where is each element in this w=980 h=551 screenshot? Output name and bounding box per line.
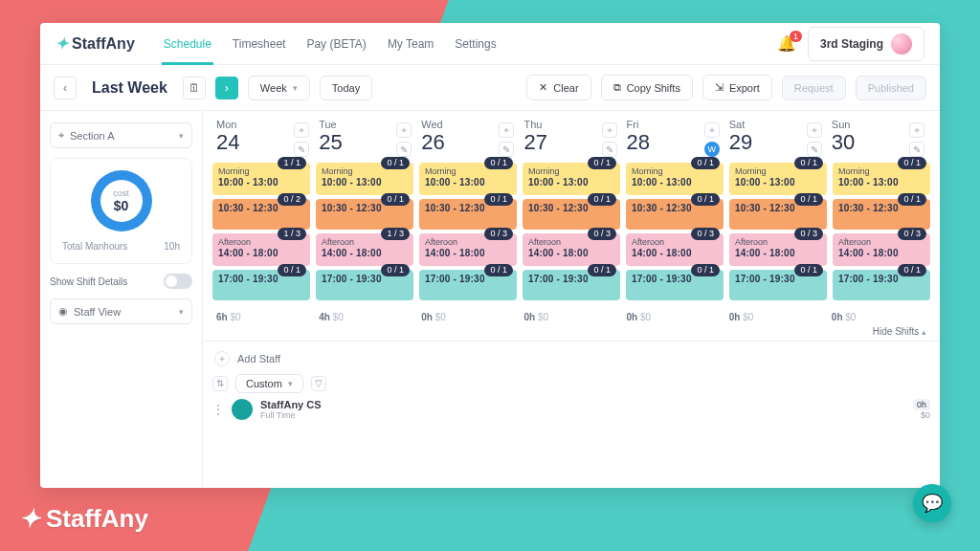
shift-cell[interactable]: 0 / 117:00 - 19:30 — [523, 270, 620, 300]
fill-badge: 0 / 3 — [794, 228, 823, 240]
hide-shifts-button[interactable]: Hide Shifts ▴ — [203, 326, 940, 341]
sort-select[interactable]: Custom ▾ — [235, 374, 303, 393]
date-picker-button[interactable]: 🗓 — [183, 77, 206, 99]
staff-row[interactable]: ⋮ StaffAny CS Full Time 0h $0 — [212, 399, 930, 420]
fill-badge: 0 / 1 — [691, 157, 720, 169]
request-button: Request — [782, 76, 846, 100]
app-window: ✦ StaffAny ScheduleTimesheetPay (BETA)My… — [40, 23, 940, 488]
copy-shifts-button[interactable]: ⧉ Copy Shifts — [601, 75, 693, 100]
edit-day-button[interactable]: ✎ — [396, 142, 412, 157]
export-button[interactable]: ⇲ Export — [702, 75, 772, 100]
edit-day-button[interactable]: ✎ — [294, 142, 309, 157]
brand-logo: ✦ StaffAny — [56, 34, 135, 53]
shift-time: 14:00 - 18:00 — [425, 248, 511, 260]
fill-badge: 0 / 1 — [484, 193, 513, 206]
shift-cell[interactable]: 0 / 1Morning10:00 - 13:00 — [316, 163, 413, 195]
shift-cell[interactable]: 0 / 110:30 - 12:30 — [833, 199, 930, 230]
shift-cell[interactable]: 1 / 3Afteroon14:00 - 18:00 — [212, 233, 310, 266]
shift-cell[interactable]: 0 / 117:00 - 19:30 — [316, 270, 413, 300]
show-details-label: Show Shift Details — [50, 276, 127, 287]
shift-cell[interactable]: 0 / 117:00 - 19:30 — [729, 270, 827, 300]
staff-subtitle: Full Time — [260, 410, 322, 420]
clear-button[interactable]: ✕ Clear — [526, 75, 590, 100]
shift-cell[interactable]: 0 / 3Afteroon14:00 - 18:00 — [729, 233, 827, 266]
fill-badge: 0 / 1 — [794, 264, 823, 276]
shift-cell[interactable]: 0 / 1Morning10:00 - 13:00 — [833, 163, 930, 195]
fill-badge: 0 / 1 — [588, 193, 616, 206]
add-shift-button[interactable]: ＋ — [704, 122, 720, 138]
edit-day-button[interactable]: ✎ — [602, 142, 617, 157]
next-week-button[interactable]: › — [215, 77, 238, 99]
add-shift-button[interactable]: ＋ — [909, 122, 924, 138]
add-shift-button[interactable]: ＋ — [807, 122, 822, 138]
chat-icon: 💬 — [922, 493, 943, 514]
shift-cell[interactable]: 0 / 1Morning10:00 - 13:00 — [523, 163, 620, 195]
edit-day-button[interactable]: ✎ — [909, 142, 924, 157]
shift-time: 10:00 - 13:00 — [322, 177, 408, 189]
notifications-button[interactable]: 🔔 1 — [777, 34, 796, 53]
add-shift-button[interactable]: ＋ — [294, 122, 309, 138]
day-column-header: Fri28＋W — [623, 119, 725, 155]
shift-time: 10:00 - 13:00 — [528, 177, 614, 189]
nav-item[interactable]: Settings — [453, 24, 498, 64]
add-staff-button[interactable]: ＋ Add Staff — [212, 347, 930, 370]
nav-item[interactable]: Pay (BETA) — [304, 24, 368, 64]
shift-time: 14:00 - 18:00 — [735, 248, 821, 260]
shift-cell[interactable]: 0 / 3Afteroon14:00 - 18:00 — [419, 233, 517, 266]
shift-cell[interactable]: 0 / 110:30 - 12:30 — [729, 199, 827, 230]
chevron-down-icon: ▾ — [179, 131, 184, 141]
shift-cell[interactable]: 1 / 1Morning10:00 - 13:00 — [212, 163, 310, 195]
shift-cell[interactable]: 0 / 117:00 - 19:30 — [212, 270, 310, 300]
workspace-switcher[interactable]: 3rd Staging — [808, 27, 924, 61]
brand-mark-icon: ✦ — [56, 34, 68, 53]
filter-button[interactable]: ▽ — [311, 376, 326, 391]
fill-badge: 0 / 1 — [381, 193, 410, 206]
fill-badge: 0 / 1 — [794, 193, 823, 206]
add-shift-button[interactable]: ＋ — [602, 122, 617, 138]
nav-item[interactable]: My Team — [386, 24, 435, 64]
shift-cell[interactable]: 0 / 110:30 - 12:30 — [523, 199, 620, 230]
shift-cell[interactable]: 1 / 3Afteroon14:00 - 18:00 — [316, 233, 413, 266]
shift-cell[interactable]: 0 / 3Afteroon14:00 - 18:00 — [833, 233, 930, 266]
nav-item[interactable]: Schedule — [162, 24, 213, 64]
shift-cell[interactable]: 0 / 110:30 - 12:30 — [316, 199, 413, 230]
drag-handle-icon[interactable]: ⋮ — [212, 403, 224, 416]
notification-badge: 1 — [790, 31, 802, 42]
shift-cell[interactable]: 0 / 3Afteroon14:00 - 18:00 — [523, 233, 620, 266]
shift-cell[interactable]: 0 / 210:30 - 12:30 — [212, 199, 310, 230]
prev-week-button[interactable]: ‹ — [54, 77, 77, 99]
schedule-toolbar: ‹ Last Week 🗓 › Week ▾ Today ✕ Clear ⧉ C… — [40, 65, 940, 111]
shift-cell[interactable]: 0 / 117:00 - 19:30 — [419, 270, 517, 300]
shift-cell[interactable]: 0 / 110:30 - 12:30 — [626, 199, 724, 230]
shift-cell[interactable]: 0 / 117:00 - 19:30 — [626, 270, 724, 300]
fill-badge: 0 / 1 — [484, 157, 513, 169]
shift-time: 10:00 - 13:00 — [425, 177, 511, 189]
add-shift-button[interactable]: ＋ — [396, 122, 412, 138]
period-select[interactable]: Week ▾ — [248, 76, 310, 100]
edit-day-button[interactable]: ✎ — [807, 142, 822, 157]
shift-cell[interactable]: 0 / 1Morning10:00 - 13:00 — [419, 163, 517, 195]
fill-badge: 0 / 1 — [381, 264, 410, 276]
section-name: Section A — [70, 130, 114, 142]
shift-cell[interactable]: 0 / 110:30 - 12:30 — [419, 199, 517, 230]
view-label: Staff View — [74, 306, 121, 318]
shift-cell[interactable]: 0 / 1Morning10:00 - 13:00 — [626, 163, 724, 195]
sort-button[interactable]: ⇅ — [212, 376, 228, 391]
section-select[interactable]: ⌖ Section A ▾ — [50, 122, 192, 148]
view-select[interactable]: ◉ Staff View ▾ — [50, 298, 192, 324]
day-column-header: Mon24＋✎ — [212, 119, 315, 155]
shift-cell[interactable]: 0 / 1Morning10:00 - 13:00 — [729, 163, 827, 195]
today-button[interactable]: Today — [320, 76, 372, 100]
shift-time: 14:00 - 18:00 — [838, 248, 924, 260]
shift-time: 14:00 - 18:00 — [322, 248, 408, 260]
shift-cell[interactable]: 0 / 117:00 - 19:30 — [833, 270, 930, 300]
edit-day-button[interactable]: ✎ — [499, 142, 514, 157]
day-summary-cell: 0h $0 — [725, 312, 828, 322]
day-summary-cell: 0h $0 — [623, 312, 725, 322]
fill-badge: 0 / 3 — [588, 228, 616, 240]
show-details-toggle[interactable]: Show Shift Details — [50, 274, 192, 289]
nav-item[interactable]: Timesheet — [231, 24, 288, 64]
add-shift-button[interactable]: ＋ — [499, 122, 514, 138]
chat-fab[interactable]: 💬 — [913, 484, 951, 522]
shift-cell[interactable]: 0 / 3Afteroon14:00 - 18:00 — [626, 233, 724, 266]
